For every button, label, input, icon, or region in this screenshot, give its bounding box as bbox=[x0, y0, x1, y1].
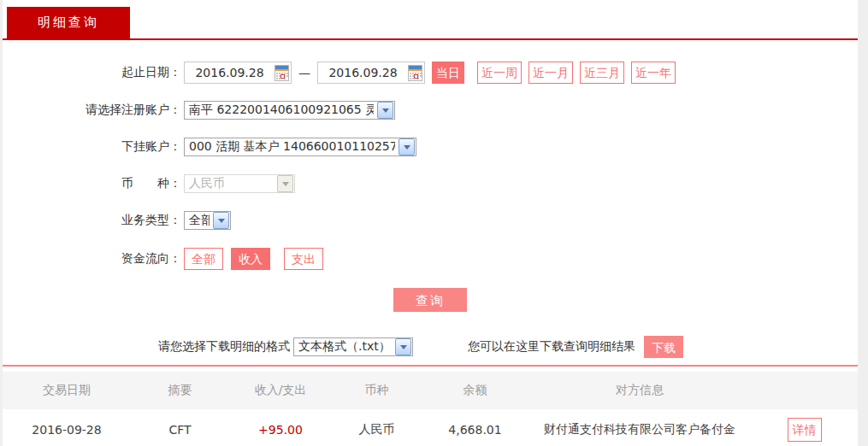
start-date-value: 2016.09.28 bbox=[185, 66, 275, 79]
download-format-value: 文本格式（.txt） bbox=[298, 339, 392, 355]
sub-account-label: 下挂账户： bbox=[3, 139, 181, 155]
table-header-cell: 余额 bbox=[422, 372, 528, 409]
quick-date-button-0[interactable]: 当日 bbox=[432, 62, 464, 84]
start-date-input[interactable]: 2016.09.28 bbox=[184, 62, 292, 84]
cell-currency: 人民币 bbox=[332, 409, 422, 446]
date-range-label: 起止日期： bbox=[3, 65, 181, 80]
chevron-down-icon bbox=[277, 175, 293, 192]
quick-date-button-3[interactable]: 近三月 bbox=[580, 62, 624, 84]
query-form: 起止日期： 2016.09.28 — 2016.09.28 bbox=[3, 40, 858, 358]
business-type-value: 全部 bbox=[189, 213, 210, 228]
cell-balance: 4,668.01 bbox=[422, 409, 528, 446]
table-header-cell: 收入/支出 bbox=[229, 372, 332, 409]
query-button[interactable]: 查询 bbox=[393, 288, 467, 312]
chevron-down-icon bbox=[377, 102, 393, 119]
cell-amount: +95.00 bbox=[229, 409, 332, 446]
download-hint-text: 您可以在这里下载查询明细结果 bbox=[468, 339, 635, 355]
tab-detail-query[interactable]: 明细查询 bbox=[7, 7, 130, 38]
currency-select: 人民币 bbox=[184, 174, 295, 193]
business-type-row: 业务类型： 全部 bbox=[3, 211, 858, 230]
table-header-cell: 交易日期 bbox=[3, 372, 131, 409]
quick-date-buttons: 当日近一周近一月近三月近一年 bbox=[425, 62, 676, 84]
currency-label: 币 种： bbox=[3, 176, 181, 191]
download-format-select[interactable]: 文本格式（.txt） bbox=[293, 337, 413, 356]
calendar-icon[interactable] bbox=[408, 65, 422, 81]
fund-flow-button-0[interactable]: 全部 bbox=[184, 248, 223, 270]
cell-counterparty: 财付通支付科技有限公司客户备付金 bbox=[528, 409, 751, 446]
end-date-input[interactable]: 2016.09.28 bbox=[317, 62, 425, 84]
table-header-cell: 对方信息 bbox=[528, 372, 751, 409]
detail-query-panel: 明细查询 起止日期： 2016.09.28 — bbox=[3, 0, 858, 446]
fund-flow-row: 资金流向： 全部收入支出 bbox=[3, 248, 858, 270]
detail-button[interactable]: 详情 bbox=[788, 418, 822, 442]
date-separator: — bbox=[298, 66, 310, 79]
chevron-down-icon bbox=[395, 338, 411, 355]
table-header-row: 交易日期摘要收入/支出币种余额对方信息 bbox=[3, 372, 858, 409]
calendar-icon[interactable] bbox=[275, 65, 289, 81]
cell-detail: 详情 bbox=[751, 409, 858, 446]
quick-date-button-2[interactable]: 近一月 bbox=[528, 62, 573, 84]
fund-flow-buttons: 全部收入支出 bbox=[184, 248, 331, 270]
chevron-down-icon bbox=[213, 212, 229, 229]
quick-date-button-4[interactable]: 近一年 bbox=[631, 62, 676, 84]
table-top-divider bbox=[3, 365, 858, 367]
cell-date: 2016-09-28 bbox=[3, 409, 131, 446]
business-type-select[interactable]: 全部 bbox=[184, 211, 231, 230]
sub-account-row: 下挂账户： 000 活期 基本户 1406600101102571848 bbox=[3, 138, 858, 156]
table-header-cell: 币种 bbox=[332, 372, 422, 409]
currency-value: 人民币 bbox=[189, 176, 274, 191]
cell-summary: CFT bbox=[131, 409, 229, 446]
query-button-row: 查询 bbox=[3, 288, 858, 312]
chevron-down-icon bbox=[399, 138, 415, 156]
table-body: 2016-09-28CFT+95.00人民币4,668.01财付通支付科技有限公… bbox=[3, 409, 858, 446]
date-range-row: 起止日期： 2016.09.28 — 2016.09.28 bbox=[3, 62, 858, 84]
register-account-label: 请选择注册账户： bbox=[3, 103, 181, 118]
table-row: 2016-09-28CFT+95.00人民币4,668.01财付通支付科技有限公… bbox=[3, 409, 858, 446]
table-header-cell: 摘要 bbox=[131, 372, 229, 409]
quick-date-button-1[interactable]: 近一周 bbox=[477, 62, 522, 84]
register-account-value: 南平 6222001406100921065 灵通卡 bbox=[189, 103, 374, 118]
sub-account-select[interactable]: 000 活期 基本户 1406600101102571848 bbox=[184, 138, 416, 156]
table-header-cell-empty bbox=[751, 372, 858, 409]
fund-flow-label: 资金流向： bbox=[3, 251, 181, 267]
end-date-value: 2016.09.28 bbox=[318, 66, 408, 79]
fund-flow-button-1[interactable]: 收入 bbox=[231, 248, 270, 270]
download-row: 请您选择下载明细的格式 文本格式（.txt） 您可以在这里下载查询明细结果 下载 bbox=[158, 336, 858, 358]
register-account-row: 请选择注册账户： 南平 6222001406100921065 灵通卡 bbox=[3, 101, 858, 120]
tab-bar: 明细查询 bbox=[3, 0, 858, 40]
currency-row: 币 种： 人民币 bbox=[3, 174, 858, 193]
fund-flow-button-2[interactable]: 支出 bbox=[284, 248, 323, 270]
register-account-select[interactable]: 南平 6222001406100921065 灵通卡 bbox=[184, 101, 395, 120]
transactions-table: 交易日期摘要收入/支出币种余额对方信息 2016-09-28CFT+95.00人… bbox=[3, 372, 858, 446]
sub-account-value: 000 活期 基本户 1406600101102571848 bbox=[189, 139, 395, 155]
download-button[interactable]: 下载 bbox=[644, 336, 683, 358]
business-type-label: 业务类型： bbox=[3, 213, 181, 228]
download-format-label: 请您选择下载明细的格式 bbox=[158, 339, 290, 355]
